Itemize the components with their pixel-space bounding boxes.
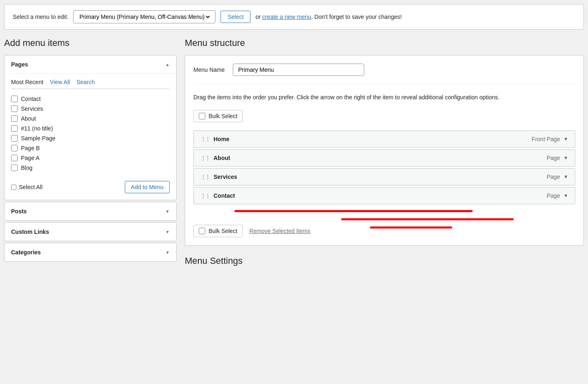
categories-accordion-label: Categories [11, 249, 41, 256]
top-bulk-select-row: Bulk Select [193, 110, 575, 122]
menu-item-contact-expand-icon[interactable]: ▼ [563, 193, 568, 199]
no-title-checkbox[interactable] [11, 125, 18, 132]
menu-item-about[interactable]: About Page ▼ [193, 149, 575, 167]
main-content: Add menu items Pages ▲ Most Recent View … [0, 34, 588, 274]
menu-item-home[interactable]: Home Front Page ▼ [193, 130, 575, 148]
about-checkbox[interactable] [11, 115, 18, 122]
menu-item-services-right: Page ▼ [547, 174, 568, 180]
custom-links-accordion-header[interactable]: Custom Links ▼ [5, 223, 176, 241]
select-menu-label: Select a menu to edit: [13, 14, 68, 20]
list-item: Blog [11, 163, 170, 173]
menu-item-services-expand-icon[interactable]: ▼ [563, 174, 568, 180]
menu-structure-box: Menu Name Drag the items into the order … [185, 55, 584, 246]
menu-item-contact-right: Page ▼ [547, 192, 568, 199]
top-bar: Select a menu to edit: Primary Menu (Pri… [4, 4, 584, 30]
menu-instructions: Drag the items into the order you prefer… [193, 93, 575, 102]
menu-item-contact-left: Contact [200, 192, 235, 199]
menu-item-contact-type: Page [547, 192, 560, 199]
menu-item-contact[interactable]: Contact Page ▼ [193, 187, 575, 204]
pages-accordion-arrow: ▲ [165, 62, 170, 67]
list-item: Page B [11, 143, 170, 153]
bottom-bulk-select-row: Bulk Select Remove Selected Items [193, 225, 575, 237]
right-panel: Menu structure Menu Name Drag the items … [185, 38, 584, 266]
select-button[interactable]: Select [220, 11, 250, 23]
top-bulk-select-label[interactable]: Bulk Select [193, 110, 243, 122]
menu-item-home-name: Home [214, 136, 230, 142]
add-to-menu-button[interactable]: Add to Menu [125, 181, 170, 193]
menu-item-services[interactable]: Services Page ▼ [193, 168, 575, 185]
categories-accordion-header[interactable]: Categories ▼ [5, 243, 176, 261]
page-b-checkbox[interactable] [11, 145, 18, 151]
drag-handle-home[interactable] [200, 136, 209, 142]
list-item: Sample Page [11, 133, 170, 143]
menu-item-about-left: About [200, 155, 230, 161]
page-b-label: Page B [21, 145, 40, 151]
top-bar-or: or create a new menu. Don't forget to sa… [255, 14, 402, 20]
bottom-bulk-select-label[interactable]: Bulk Select [193, 225, 243, 237]
menu-item-home-left: Home [200, 136, 230, 142]
pages-footer: Select All Add to Menu [11, 178, 170, 193]
sample-page-checkbox[interactable] [11, 135, 18, 142]
menu-select-wrapper[interactable]: Primary Menu (Primary Menu, Off-Canvas M… [73, 10, 216, 23]
menu-name-row: Menu Name [193, 64, 575, 85]
select-all-label[interactable]: Select All [11, 184, 43, 190]
list-item: Contact [11, 94, 170, 104]
services-checkbox[interactable] [11, 105, 18, 112]
tab-view-all[interactable]: View All [50, 79, 70, 85]
menu-items-list: Home Front Page ▼ About Page ▼ [193, 130, 575, 204]
pages-accordion: Pages ▲ Most Recent View All Search Cont… [4, 55, 177, 200]
page-a-label: Page A [21, 155, 39, 161]
posts-accordion: Posts ▼ [4, 202, 177, 221]
create-new-menu-link[interactable]: create a new menu [262, 14, 311, 20]
drag-handle-contact[interactable] [200, 192, 209, 199]
pages-accordion-label: Pages [11, 61, 28, 68]
menu-item-services-left: Services [200, 174, 237, 180]
menu-item-home-type: Front Page [532, 136, 560, 142]
menu-item-about-right: Page ▼ [547, 155, 568, 161]
left-panel: Add menu items Pages ▲ Most Recent View … [4, 38, 177, 266]
menu-item-services-type: Page [547, 174, 560, 180]
menu-item-home-expand-icon[interactable]: ▼ [563, 136, 568, 142]
contact-checkbox[interactable] [11, 96, 18, 102]
pages-list: Contact Services About #11 (no title) [11, 94, 170, 173]
list-item: Page A [11, 153, 170, 163]
menu-settings-title: Menu Settings [185, 256, 584, 266]
drag-handle-about[interactable] [200, 155, 209, 161]
list-item: Services [11, 104, 170, 114]
sample-page-label: Sample Page [21, 135, 55, 142]
menu-item-about-expand-icon[interactable]: ▼ [563, 155, 568, 161]
posts-accordion-header[interactable]: Posts ▼ [5, 202, 176, 220]
menu-item-about-type: Page [547, 155, 560, 161]
no-title-label: #11 (no title) [21, 125, 53, 132]
top-bulk-select-checkbox[interactable] [199, 113, 205, 119]
posts-accordion-arrow: ▼ [165, 209, 170, 214]
menu-item-contact-name: Contact [214, 192, 235, 199]
menu-name-label: Menu Name [193, 66, 226, 73]
select-all-checkbox[interactable] [11, 185, 16, 190]
drag-handle-services[interactable] [200, 174, 209, 180]
about-label: About [21, 115, 36, 122]
menu-item-about-name: About [214, 155, 230, 161]
categories-accordion: Categories ▼ [4, 243, 177, 262]
menu-item-services-name: Services [214, 174, 237, 180]
menu-structure-title: Menu structure [185, 38, 584, 48]
pages-accordion-body: Most Recent View All Search Contact Serv… [5, 73, 176, 200]
bottom-bulk-select-checkbox[interactable] [199, 228, 205, 234]
custom-links-accordion-label: Custom Links [11, 229, 49, 235]
custom-links-accordion: Custom Links ▼ [4, 222, 177, 241]
remove-selected-items-link[interactable]: Remove Selected Items [249, 228, 310, 234]
menu-item-home-right: Front Page ▼ [532, 136, 568, 142]
custom-links-accordion-arrow: ▼ [165, 230, 170, 234]
blog-checkbox[interactable] [11, 165, 18, 171]
pages-accordion-header[interactable]: Pages ▲ [5, 55, 176, 73]
categories-accordion-arrow: ▼ [165, 250, 170, 255]
menu-dropdown[interactable]: Primary Menu (Primary Menu, Off-Canvas M… [78, 13, 211, 21]
add-menu-items-title: Add menu items [4, 38, 177, 48]
blog-label: Blog [21, 165, 32, 171]
menu-name-input[interactable] [233, 64, 364, 76]
page-a-checkbox[interactable] [11, 155, 18, 161]
tab-most-recent[interactable]: Most Recent [11, 79, 44, 85]
red-line-1 [234, 210, 473, 212]
tab-search[interactable]: Search [76, 79, 94, 85]
red-line-2 [341, 218, 514, 220]
